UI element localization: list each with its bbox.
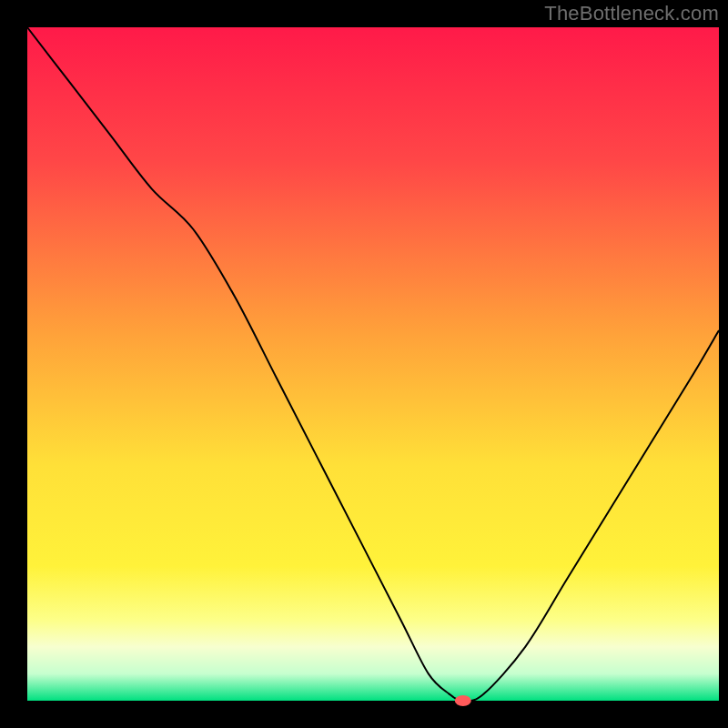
bottleneck-chart: TheBottleneck.com — [0, 0, 728, 728]
chart-plot-area — [27, 27, 719, 701]
watermark-text: TheBottleneck.com — [544, 2, 719, 25]
chart-svg — [0, 0, 728, 728]
optimum-marker — [455, 695, 471, 706]
